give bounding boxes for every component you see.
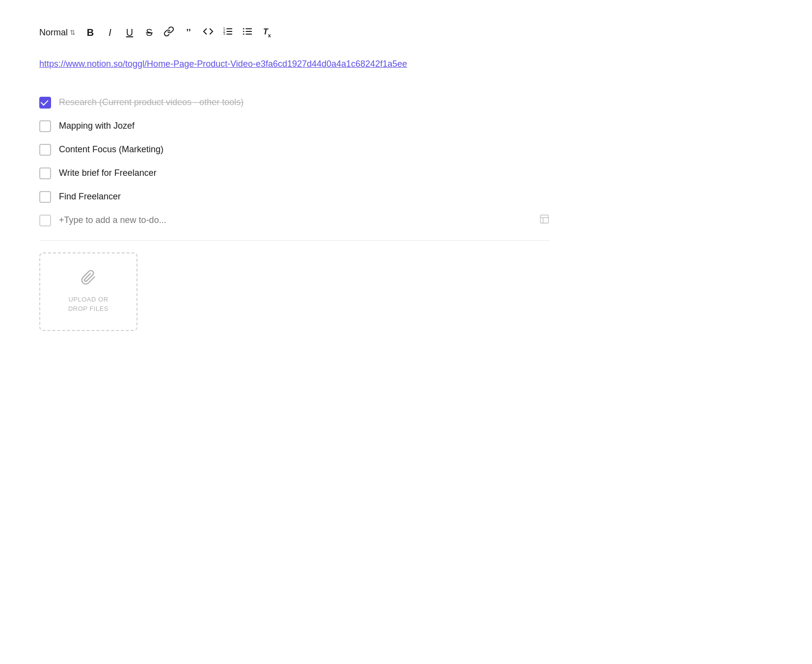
new-todo-row — [39, 209, 550, 232]
svg-rect-12 — [541, 215, 549, 223]
clear-format-button[interactable]: Tx — [258, 24, 276, 41]
checkbox-2[interactable] — [39, 120, 51, 132]
checklist-label-3: Content Focus (Marketing) — [59, 143, 163, 156]
checklist-item: Mapping with Jozef — [39, 114, 550, 138]
checklist-item: Research (Current product videos - other… — [39, 91, 550, 114]
code-icon — [203, 26, 214, 39]
code-button[interactable] — [199, 24, 217, 41]
strikethrough-icon: S — [146, 27, 152, 38]
bold-icon: B — [87, 27, 94, 38]
upload-label: UPLOAD OR DROP FILES — [68, 295, 108, 314]
italic-icon: I — [108, 27, 111, 38]
svg-point-11 — [243, 33, 244, 35]
upload-icon — [81, 270, 96, 289]
checklist-label-4: Write brief for Freelancer — [59, 166, 157, 180]
italic-button[interactable]: I — [101, 24, 119, 41]
editor-container: Normal ⇅ B I U S " — [0, 0, 589, 351]
ordered-list-button[interactable]: 1. 2. 3. — [219, 24, 237, 41]
strikethrough-button[interactable]: S — [140, 24, 158, 41]
checkbox-4[interactable] — [39, 167, 51, 179]
quote-icon: " — [186, 26, 191, 39]
content-link[interactable]: https://www.notion.so/toggl/Home-Page-Pr… — [39, 57, 550, 71]
checkbox-5[interactable] — [39, 191, 51, 203]
new-todo-checkbox — [39, 215, 51, 226]
ordered-list-icon: 1. 2. 3. — [222, 26, 233, 39]
checklist-item: Find Freelancer — [39, 185, 550, 209]
bold-button[interactable]: B — [81, 24, 99, 41]
style-label: Normal — [39, 28, 68, 38]
checklist-item: Content Focus (Marketing) — [39, 138, 550, 162]
quote-button[interactable]: " — [180, 24, 197, 41]
upload-area[interactable]: UPLOAD OR DROP FILES — [39, 252, 137, 331]
svg-point-9 — [243, 28, 244, 29]
checklist-label-2: Mapping with Jozef — [59, 119, 135, 133]
link-button[interactable] — [160, 24, 178, 41]
upload-label-line1: UPLOAD OR — [68, 296, 108, 303]
new-todo-input[interactable] — [59, 215, 550, 225]
svg-point-10 — [243, 30, 244, 32]
checkbox-1[interactable] — [39, 97, 51, 109]
template-icon[interactable] — [539, 214, 550, 227]
unordered-list-icon — [242, 26, 253, 39]
upload-label-line2: DROP FILES — [68, 305, 108, 312]
toolbar: Normal ⇅ B I U S " — [39, 20, 550, 45]
checklist-label-1: Research (Current product videos - other… — [59, 96, 244, 109]
checklist: Research (Current product videos - other… — [39, 91, 550, 232]
checklist-label-5: Find Freelancer — [59, 190, 121, 203]
section-divider — [39, 240, 550, 241]
style-select[interactable]: Normal ⇅ — [39, 28, 76, 38]
style-spinner-icon: ⇅ — [70, 28, 76, 36]
unordered-list-button[interactable] — [239, 24, 256, 41]
link-icon — [163, 26, 174, 39]
checklist-item: Write brief for Freelancer — [39, 162, 550, 185]
underline-icon: U — [126, 27, 133, 38]
checkbox-3[interactable] — [39, 144, 51, 156]
svg-text:3.: 3. — [223, 32, 226, 35]
underline-button[interactable]: U — [121, 24, 138, 41]
clear-format-icon: Tx — [263, 28, 271, 37]
